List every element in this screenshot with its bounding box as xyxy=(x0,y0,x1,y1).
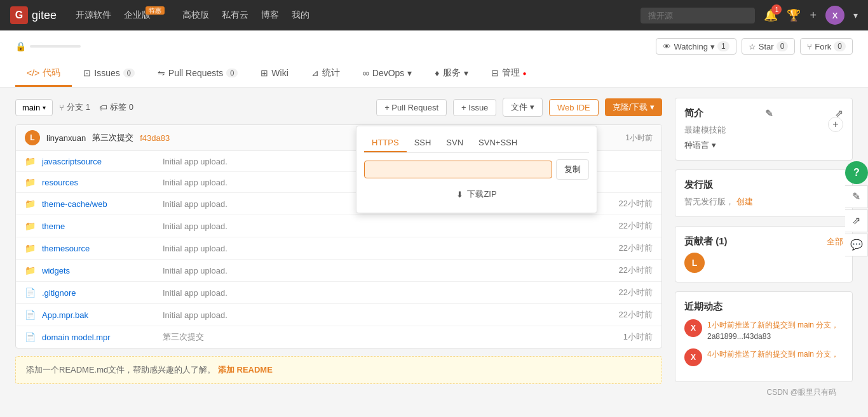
tab-manage[interactable]: ⊟ 管理 ● xyxy=(480,61,538,87)
devops-icon: ∞ xyxy=(363,68,369,78)
intro-add-button[interactable]: + xyxy=(828,117,843,132)
copy-button[interactable]: 复制 xyxy=(556,159,589,180)
tab-stats[interactable]: ⊿ 统计 xyxy=(300,61,351,87)
nav-siyou[interactable]: 私有云 xyxy=(222,10,248,21)
file-name[interactable]: resources xyxy=(42,178,156,187)
commit-avatar: L xyxy=(25,130,40,145)
tab-devops[interactable]: ∞ DevOps ▾ xyxy=(351,61,424,87)
folder-icon: 📁 xyxy=(25,265,36,275)
repo-tabs: </> 代码 ⊡ Issues 0 ⇋ Pull Requests 0 ⊞ Wi… xyxy=(15,61,853,87)
trophy-icon[interactable]: 🏆 xyxy=(787,8,801,22)
nav-gaoxiao[interactable]: 高校版 xyxy=(182,10,209,21)
nav-dropdown-arrow[interactable]: ▾ xyxy=(853,10,858,20)
table-row: 📄App.mpr.bakInitial app upload.22小时前 xyxy=(16,304,661,326)
file-icon: 📄 xyxy=(25,332,36,342)
table-row: 📁themesourceInitial app upload.22小时前 xyxy=(16,237,661,260)
file-name[interactable]: theme xyxy=(42,222,156,231)
clone-tab-https[interactable]: HTTPS xyxy=(364,134,407,152)
clone-tab-svn[interactable]: SVN xyxy=(438,134,471,152)
tab-wiki[interactable]: ⊞ Wiki xyxy=(249,61,299,87)
nav-kaiyuan[interactable]: 开源软件 xyxy=(76,10,111,21)
issue-button[interactable]: + Issue xyxy=(453,99,496,116)
activity-link-1[interactable]: 1小时前推送了新的提交到 main 分支， xyxy=(707,321,839,329)
tab-issues[interactable]: ⊡ Issues 0 xyxy=(72,61,146,87)
lang-selector[interactable]: 种语言 ▾ xyxy=(684,140,716,151)
tab-devops-label: DevOps xyxy=(372,68,405,78)
file-name[interactable]: theme-cache/web xyxy=(42,199,156,209)
activity-avatar-2: X xyxy=(684,348,702,366)
file-button[interactable]: 文件 ▾ xyxy=(503,98,543,117)
watching-button[interactable]: 👁 Watching ▾ 1 xyxy=(656,38,736,55)
tab-manage-label: 管理 xyxy=(502,67,520,79)
contrib-title-row: 贡献者 (1) 全部 xyxy=(684,235,843,248)
branch-selector[interactable]: main ▾ xyxy=(15,99,53,116)
nav-wode[interactable]: 我的 xyxy=(292,10,309,21)
tab-services[interactable]: ♦ 服务 ▾ xyxy=(423,61,479,87)
folder-icon: 📁 xyxy=(25,156,36,166)
intro-title: 简介 ✎ ⇗ xyxy=(684,107,843,119)
share-float-button[interactable]: ⇗ xyxy=(845,209,868,232)
comment-float-button[interactable]: 💬 xyxy=(845,234,868,256)
clone-input-row: 复制 xyxy=(364,159,589,180)
file-name[interactable]: javascriptsource xyxy=(42,157,156,166)
clone-arrow: ▾ xyxy=(650,102,654,112)
commit-hash[interactable]: f43da83 xyxy=(140,133,170,143)
contrib-avatar[interactable]: L xyxy=(684,253,705,273)
file-name[interactable]: .gitignore xyxy=(42,288,156,298)
all-contributors-link[interactable]: 全部 xyxy=(827,236,843,248)
intro-external-icon[interactable]: ⇗ xyxy=(835,108,843,119)
help-button[interactable]: ? xyxy=(845,161,868,184)
pr-icon: ⇋ xyxy=(158,68,165,78)
search-input[interactable] xyxy=(641,8,755,23)
release-title: 发行版 xyxy=(684,179,843,191)
file-commit-msg: Initial app upload. xyxy=(163,288,613,298)
logo[interactable]: G gitee xyxy=(10,6,57,24)
tab-pullrequests[interactable]: ⇋ Pull Requests 0 xyxy=(146,61,250,87)
nav-boke[interactable]: 博客 xyxy=(261,10,279,21)
folder-icon: 📁 xyxy=(25,221,36,231)
branch-info: ⑂ 分支 1 🏷 标签 0 xyxy=(59,102,133,113)
edit-float-button[interactable]: ✎ xyxy=(845,185,868,208)
fork-label: Fork xyxy=(815,42,831,51)
clone-button[interactable]: 克隆/下载 ▾ xyxy=(605,98,662,116)
file-name[interactable]: widgets xyxy=(42,266,156,275)
create-release-link[interactable]: 创建 xyxy=(736,197,753,206)
user-avatar[interactable]: X xyxy=(825,6,844,25)
notification-icon[interactable]: 🔔 1 xyxy=(764,8,778,22)
file-name[interactable]: domain model.mpr xyxy=(42,333,156,342)
download-icon: ⬇ xyxy=(456,190,463,199)
repo-path-row: 🔒 👁 Watching ▾ 1 ☆ Star 0 ⑂ Fork 0 xyxy=(15,38,853,61)
file-name[interactable]: themesource xyxy=(42,244,156,253)
download-zip[interactable]: ⬇ 下载ZIP xyxy=(364,183,589,205)
logo-icon: G xyxy=(10,6,28,24)
commit-user: linyanxuan xyxy=(46,133,86,143)
fork-button[interactable]: ⑂ Fork 0 xyxy=(800,38,853,55)
folder-icon: 📁 xyxy=(25,243,36,253)
clone-url-input[interactable] xyxy=(364,161,552,178)
file-time: 22小时前 xyxy=(619,265,653,276)
star-button[interactable]: ☆ Star 0 xyxy=(742,38,796,55)
file-commit-msg: Initial app upload. xyxy=(163,222,613,231)
top-navbar: G gitee 开源软件 企业版特惠 高校版 私有云 博客 我的 🔔 1 🏆 +… xyxy=(0,0,868,30)
stats-icon: ⊿ xyxy=(311,68,319,78)
tab-stats-label: 统计 xyxy=(322,67,340,79)
pull-request-button[interactable]: + Pull Request xyxy=(376,99,447,116)
readme-link[interactable]: 添加 README xyxy=(218,365,273,374)
file-name[interactable]: App.mpr.bak xyxy=(42,310,156,320)
clone-tabs: HTTPS SSH SVN SVN+SSH xyxy=(364,134,589,153)
branch-arrow: ▾ xyxy=(43,104,46,111)
watching-arrow: ▾ xyxy=(710,42,715,51)
clone-tab-ssh[interactable]: SSH xyxy=(407,134,439,152)
clone-tab-svnssh[interactable]: SVN+SSH xyxy=(471,134,525,152)
contributors-section: 贡献者 (1) 全部 L xyxy=(675,226,853,282)
clone-dropdown: HTTPS SSH SVN SVN+SSH 复制 ⬇ 下载ZIP xyxy=(356,126,597,213)
plus-icon[interactable]: + xyxy=(810,9,817,22)
nav-qiye[interactable]: 企业版特惠 xyxy=(124,10,170,21)
intro-edit-icon[interactable]: ✎ xyxy=(765,108,773,119)
table-row: 📄domain model.mpr第三次提交1小时前 xyxy=(16,326,661,348)
tab-pr-label: Pull Requests xyxy=(168,68,223,78)
activity-section: 近期动态 X 1小时前推送了新的提交到 main 分支， 2a81899...f… xyxy=(675,291,853,382)
webide-button[interactable]: Web IDE xyxy=(549,99,599,116)
activity-link-2[interactable]: 4小时前推送了新的提交到 main 分支， xyxy=(707,350,839,359)
tab-code[interactable]: </> 代码 xyxy=(15,61,72,87)
